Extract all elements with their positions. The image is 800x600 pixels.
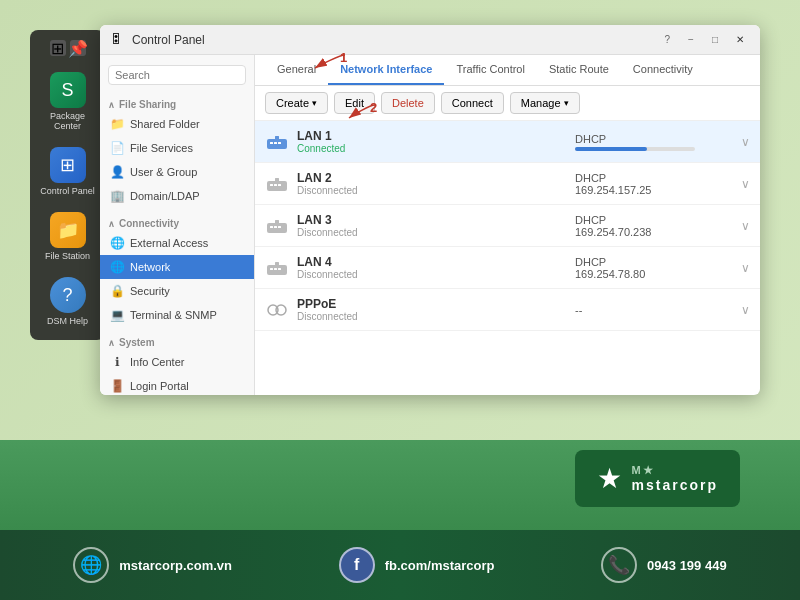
lan4-ip: 169.254.78.80: [575, 268, 645, 280]
file-services-label: File Services: [130, 142, 193, 154]
svg-rect-19: [275, 262, 279, 265]
svg-rect-5: [267, 181, 287, 191]
svg-rect-17: [274, 268, 277, 270]
search-input[interactable]: [108, 65, 246, 85]
svg-rect-7: [274, 184, 277, 186]
connect-button[interactable]: Connect: [441, 92, 504, 114]
tab-static-route[interactable]: Static Route: [537, 55, 621, 85]
shared-folder-icon: 📁: [110, 117, 124, 131]
tab-traffic-control[interactable]: Traffic Control: [444, 55, 536, 85]
lan3-type: DHCP: [575, 214, 606, 226]
shared-folder-label: Shared Folder: [130, 118, 200, 130]
pppoe-name: PPPoE: [297, 297, 575, 311]
window-help-btn[interactable]: ?: [659, 32, 677, 47]
lan1-progress: [575, 147, 695, 151]
network-row-lan4[interactable]: LAN 4 Disconnected DHCP 169.254.78.80 ∨: [255, 247, 760, 289]
svg-rect-1: [270, 142, 273, 144]
lan4-status: Disconnected: [297, 269, 575, 280]
package-center-label: Package Center: [39, 111, 96, 131]
login-portal-icon: 🚪: [110, 379, 124, 393]
mstar-m-text: M★: [632, 464, 718, 477]
sidebar-item-dsm-help[interactable]: ? DSM Help: [35, 273, 100, 330]
network-interface-list: LAN 1 Connected DHCP ∨: [255, 121, 760, 395]
sidebar-item-shared-folder[interactable]: 📁 Shared Folder: [100, 112, 254, 136]
window-minimize-btn[interactable]: −: [682, 32, 700, 47]
tab-connectivity[interactable]: Connectivity: [621, 55, 705, 85]
sidebar-item-package-center[interactable]: S Package Center: [35, 68, 100, 135]
annotation-2: 2: [370, 100, 377, 115]
mstarcorp-text: mstarcorp: [632, 477, 718, 493]
network-icon: 🌐: [110, 260, 124, 274]
network-label: Network: [130, 261, 170, 273]
sidebar-item-control-panel[interactable]: ⊞ Control Panel: [35, 143, 100, 200]
taskbar: ⊞ 📌 S Package Center ⊞ Control Panel 📁 F…: [30, 30, 105, 340]
file-services-icon: 📄: [110, 141, 124, 155]
security-label: Security: [130, 285, 170, 297]
lan1-type: DHCP: [575, 133, 606, 145]
lan4-chevron-icon[interactable]: ∨: [741, 261, 750, 275]
dsm-help-label: DSM Help: [47, 316, 88, 326]
lan4-type: DHCP: [575, 256, 606, 268]
mstar-star-icon: ★: [597, 462, 622, 495]
lan4-name: LAN 4: [297, 255, 575, 269]
create-button[interactable]: Create: [265, 92, 328, 114]
svg-rect-18: [278, 268, 281, 270]
lan3-name: LAN 3: [297, 213, 575, 227]
toolbar: Create Edit Delete Connect Manage: [255, 86, 760, 121]
lan4-ip-area: DHCP 169.254.78.80: [575, 256, 735, 280]
outer-container: ⊞ 📌 S Package Center ⊞ Control Panel 📁 F…: [0, 0, 800, 600]
svg-rect-13: [278, 226, 281, 228]
main-content: General Network Interface Traffic Contro…: [255, 55, 760, 395]
network-row-lan1[interactable]: LAN 1 Connected DHCP ∨: [255, 121, 760, 163]
sidebar-item-network[interactable]: 🌐 Network: [100, 255, 254, 279]
sidebar-item-login-portal[interactable]: 🚪 Login Portal: [100, 374, 254, 395]
window-maximize-btn[interactable]: □: [706, 32, 724, 47]
network-row-lan3[interactable]: LAN 3 Disconnected DHCP 169.254.70.238 ∨: [255, 205, 760, 247]
sidebar-section-file-sharing: File Sharing: [100, 95, 254, 112]
svg-rect-12: [274, 226, 277, 228]
sidebar-item-security[interactable]: 🔒 Security: [100, 279, 254, 303]
phone-icon: 📞: [601, 547, 637, 583]
lan1-progress-bar: [575, 147, 647, 151]
window-controls: ? − □ ✕: [659, 32, 750, 47]
lan1-chevron-icon[interactable]: ∨: [741, 135, 750, 149]
delete-button[interactable]: Delete: [381, 92, 435, 114]
lan3-ip-area: DHCP 169.254.70.238: [575, 214, 735, 238]
taskbar-grid-icon[interactable]: ⊞: [50, 40, 66, 56]
svg-rect-9: [275, 178, 279, 181]
sidebar-item-file-station[interactable]: 📁 File Station: [35, 208, 100, 265]
window-titlebar: 🎛 Control Panel ? − □ ✕: [100, 25, 760, 55]
mstar-text-group: M★ mstarcorp: [632, 464, 718, 493]
manage-button[interactable]: Manage: [510, 92, 580, 114]
lan3-info: LAN 3 Disconnected: [297, 213, 575, 238]
pppoe-status: Disconnected: [297, 311, 575, 322]
sidebar-item-external-access[interactable]: 🌐 External Access: [100, 231, 254, 255]
window-body: File Sharing 📁 Shared Folder 📄 File Serv…: [100, 55, 760, 395]
network-row-lan2[interactable]: LAN 2 Disconnected DHCP 169.254.157.25 ∨: [255, 163, 760, 205]
lan1-info: LAN 1 Connected: [297, 129, 575, 154]
user-group-label: User & Group: [130, 166, 197, 178]
sidebar-item-user-group[interactable]: 👤 User & Group: [100, 160, 254, 184]
taskbar-pin-icon[interactable]: 📌: [70, 40, 86, 56]
annotation-1: 1: [340, 50, 347, 65]
lan3-chevron-icon[interactable]: ∨: [741, 219, 750, 233]
sidebar-item-info-center[interactable]: ℹ Info Center: [100, 350, 254, 374]
contact-bar: 🌐 mstarcorp.com.vn f fb.com/mstarcorp 📞 …: [0, 530, 800, 600]
svg-rect-6: [270, 184, 273, 186]
sidebar-item-file-services[interactable]: 📄 File Services: [100, 136, 254, 160]
lan2-type: DHCP: [575, 172, 606, 184]
window-close-btn[interactable]: ✕: [730, 32, 750, 47]
security-icon: 🔒: [110, 284, 124, 298]
info-center-icon: ℹ: [110, 355, 124, 369]
contact-item-website: 🌐 mstarcorp.com.vn: [73, 547, 232, 583]
website-text: mstarcorp.com.vn: [119, 558, 232, 573]
lan3-ip: 169.254.70.238: [575, 226, 651, 238]
sidebar-item-domain-ldap[interactable]: 🏢 Domain/LDAP: [100, 184, 254, 208]
lan2-chevron-icon[interactable]: ∨: [741, 177, 750, 191]
network-row-pppoe[interactable]: PPPoE Disconnected -- ∨: [255, 289, 760, 331]
window-title-icon: 🎛: [110, 32, 126, 48]
pppoe-chevron-icon[interactable]: ∨: [741, 303, 750, 317]
sidebar-item-terminal-snmp[interactable]: 💻 Terminal & SNMP: [100, 303, 254, 327]
external-access-label: External Access: [130, 237, 208, 249]
lan1-status: Connected: [297, 143, 575, 154]
